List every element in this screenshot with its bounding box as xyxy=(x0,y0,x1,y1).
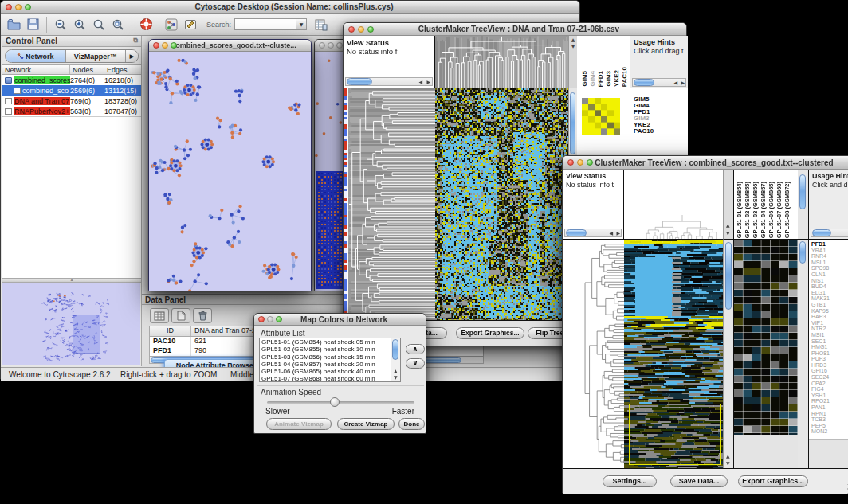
search-input[interactable] xyxy=(234,18,296,30)
attribute-list-item[interactable]: GPL51-07 (GSM868) heat shock 60 min xyxy=(261,375,400,382)
close-button[interactable] xyxy=(153,42,159,49)
gene-label[interactable]: HMG1 xyxy=(811,344,848,350)
tv2-global-heatmap[interactable] xyxy=(624,240,723,468)
tv1-zoom-heatmap[interactable] xyxy=(582,98,620,135)
gene-label[interactable]: ELG1 xyxy=(811,290,848,296)
attribute-list-vscrollbar[interactable]: ▲ ▼ xyxy=(391,338,400,381)
network-row[interactable]: RNAPuberNov2+1 563(0) 107847(0) xyxy=(2,106,141,116)
scroll-thumb[interactable] xyxy=(799,174,806,209)
close-button[interactable] xyxy=(567,159,574,166)
minimize-button[interactable] xyxy=(267,316,273,322)
cytoscape-titlebar[interactable]: Cytoscape Desktop (Session Name: collins… xyxy=(1,1,579,14)
tv1-status-hscrollbar[interactable]: ◀ ▶ xyxy=(345,77,433,86)
network-row[interactable]: combined_sco 2569(6) 13112(15) xyxy=(2,85,141,96)
gene-label[interactable]: GTB1 xyxy=(811,302,848,308)
gene-label[interactable]: PEP5 xyxy=(811,423,848,429)
speed-slider-track[interactable] xyxy=(267,401,414,404)
zoom-in-icon[interactable] xyxy=(70,16,89,33)
gene-label[interactable]: RPN1 xyxy=(811,411,848,417)
zoom-window-button[interactable] xyxy=(587,159,593,166)
new-attribute-icon[interactable] xyxy=(171,308,190,323)
gene-label[interactable]: TCB3 xyxy=(811,416,848,423)
tv1-row-label[interactable]: PAC10 xyxy=(634,128,688,135)
gene-label[interactable]: HAP3 xyxy=(811,314,848,320)
gene-label[interactable]: PFD1 xyxy=(811,241,848,248)
close-button[interactable] xyxy=(258,316,265,322)
column-header-nodes[interactable]: Nodes xyxy=(70,65,104,74)
table-icon[interactable] xyxy=(150,308,169,323)
scroll-right-icon[interactable]: ▶ xyxy=(616,231,620,236)
tv1-column-label[interactable]: PAC10 xyxy=(621,67,628,87)
network-overview-canvas[interactable] xyxy=(2,283,140,365)
network-row[interactable]: DNA and Tran 07 769(0) 183728(0) xyxy=(2,96,141,106)
minimize-button[interactable] xyxy=(328,42,334,49)
attribute-list-item[interactable]: GPL51-06 (GSM865) heat shock 40 min xyxy=(261,368,400,375)
gene-label[interactable]: MON2 xyxy=(811,428,848,435)
tv1-column-label[interactable]: GIM3 xyxy=(605,71,612,87)
close-button[interactable] xyxy=(6,4,12,10)
gene-label[interactable]: MSL1 xyxy=(811,260,848,266)
gene-label[interactable]: GPI16 xyxy=(811,368,848,374)
scroll-down-icon[interactable]: ▼ xyxy=(726,231,730,236)
tab-vizmapper[interactable]: VizMapper™ xyxy=(66,50,127,62)
tv2-labels-vscrollbar[interactable] xyxy=(798,170,808,240)
animate-vizmap-button[interactable]: Animate Vizmap xyxy=(266,418,332,430)
tab-network[interactable]: Network xyxy=(6,50,66,62)
scroll-thumb[interactable] xyxy=(725,242,732,310)
tv1-column-dendrogram[interactable] xyxy=(435,36,568,88)
scroll-up-icon[interactable]: ▲ xyxy=(726,454,730,459)
done-button[interactable]: Done xyxy=(398,418,425,430)
gene-label[interactable]: PUF3 xyxy=(811,356,848,362)
tv2-column-label[interactable]: GPL51-01 (GSM854) xyxy=(736,182,743,238)
tv2-zoom-vscrollbar[interactable] xyxy=(798,240,808,468)
attribute-list-item[interactable]: GPL51-01 (GSM854) heat shock 05 min xyxy=(261,338,400,346)
zoom-window-button[interactable] xyxy=(367,26,374,33)
create-vizmap-button[interactable]: Create Vizmap xyxy=(337,418,395,430)
attribute-list-item[interactable]: GPL51-03 (GSM856) heat shock 15 min xyxy=(261,354,400,361)
gene-label[interactable]: SEC24 xyxy=(811,374,848,381)
close-button[interactable] xyxy=(348,26,355,33)
zoom-window-button[interactable] xyxy=(336,42,343,49)
tv2-column-label[interactable]: GPL51-04 (GSM857) xyxy=(760,182,767,238)
scroll-thumb[interactable] xyxy=(347,78,372,85)
move-down-button[interactable]: ∨ xyxy=(406,358,425,369)
attribute-list-item[interactable]: GPL51-02 (GSM855) heat shock 10 min xyxy=(261,346,400,353)
network-editor-icon[interactable] xyxy=(162,16,181,33)
tv2-heatmap-vscrollbar[interactable]: ▲ ▼ xyxy=(723,240,733,468)
float-panel-icon[interactable]: ⧉ xyxy=(133,37,138,45)
zoom-window-button[interactable] xyxy=(171,42,177,49)
settings-button[interactable]: Settings... xyxy=(603,475,657,487)
gene-label[interactable]: PAN1 xyxy=(811,404,848,411)
tv1-column-label[interactable]: GIM5 xyxy=(581,71,588,87)
tv2-gene-labels-panel[interactable]: PFD1YRA1RNR4MSL1SPC98CLN1NIS1BUD4ELG1MAK… xyxy=(808,240,848,468)
gene-label[interactable]: MAK31 xyxy=(811,295,848,302)
save-data-button[interactable]: Save Data... xyxy=(670,475,728,487)
gene-label[interactable]: NTR2 xyxy=(811,326,848,332)
network-list-empty-area[interactable] xyxy=(2,116,141,278)
search-dropdown-button[interactable]: ▼ xyxy=(296,18,307,30)
gene-label[interactable]: SEC1 xyxy=(811,338,848,345)
tv2-column-label[interactable]: GPL51-06 (GSM865) xyxy=(768,182,775,238)
gene-label[interactable]: YSH1 xyxy=(811,393,848,399)
scroll-down-icon[interactable]: ▼ xyxy=(394,375,398,380)
gene-label[interactable]: FIG4 xyxy=(811,386,848,393)
zoom-out-icon[interactable] xyxy=(51,16,70,33)
scroll-left-icon[interactable]: ◀ xyxy=(673,80,677,85)
tv2-status-hscrollbar[interactable]: ◀ ▶ xyxy=(564,229,622,237)
scroll-down-icon[interactable]: ▼ xyxy=(726,461,730,466)
gene-label[interactable]: CLN1 xyxy=(811,272,848,278)
zoom-fit-icon[interactable] xyxy=(89,16,108,33)
tv1-dendro-scroll-strip[interactable]: ▲ ▼ xyxy=(568,36,577,88)
zoom-window-button[interactable] xyxy=(276,316,282,322)
scroll-up-icon[interactable]: ▲ xyxy=(726,223,730,228)
zoom-selected-icon[interactable] xyxy=(108,16,128,33)
scroll-thumb[interactable] xyxy=(392,339,398,360)
attribute-browser-icon[interactable] xyxy=(312,16,331,33)
attribute-list-item[interactable]: GPL51-04 (GSM857) heat shock 20 min xyxy=(261,361,400,368)
tv2-row-dendrogram[interactable] xyxy=(563,240,624,468)
gene-label[interactable]: BUD4 xyxy=(811,283,848,290)
tv1-global-heatmap[interactable] xyxy=(435,88,568,320)
delete-attribute-trash-icon[interactable] xyxy=(193,308,212,323)
export-graphics-button[interactable]: Export Graphics... xyxy=(456,327,524,339)
tv2-column-label[interactable]: GPL51-08 (GSM872) xyxy=(783,182,791,238)
